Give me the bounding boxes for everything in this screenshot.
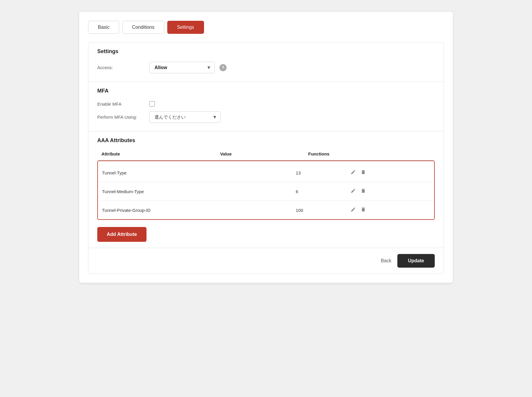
delete-button[interactable] [359,168,367,177]
table-row: Tunnel-Type13 [98,163,434,182]
aaa-table: Attribute Value Functions [97,148,435,161]
settings-title: Settings [97,48,435,55]
edit-button[interactable] [349,187,357,196]
edit-button[interactable] [349,168,357,177]
cell-attribute: Tunnel-Medium-Type [98,182,292,201]
enable-mfa-row: Enable MFA [97,99,435,109]
tab-basic[interactable]: Basic [88,21,119,34]
mfa-title: MFA [97,88,435,94]
perform-mfa-select-wrapper: 選んでください ▼ [149,111,221,123]
cell-functions [345,182,434,201]
cell-value: 13 [292,163,345,182]
back-button[interactable]: Back [381,258,391,263]
access-select[interactable]: Allow Deny [149,62,215,73]
functions-cell [349,187,430,196]
access-select-wrapper: Allow Deny ▼ [149,62,215,73]
delete-button[interactable] [359,206,367,215]
col-functions: Functions [304,148,435,160]
functions-cell [349,168,430,177]
attributes-body-wrapper: Tunnel-Type13Tunnel-Medium-Type6Tunnel-P… [97,161,435,220]
tab-settings[interactable]: Settings [167,21,204,34]
tab-conditions[interactable]: Conditions [122,21,164,34]
mfa-section: MFA Enable MFA Perform MFA Using: 選んでくださ… [88,82,444,131]
cell-value: 6 [292,182,345,201]
table-row: Tunnel-Private-Group-ID100 [98,201,434,220]
aaa-body-table: Tunnel-Type13Tunnel-Medium-Type6Tunnel-P… [98,163,434,219]
table-row: Tunnel-Medium-Type6 [98,182,434,201]
settings-card: Settings Access: Allow Deny ▼ ? MFA Enab… [88,42,444,274]
card-footer: Back Update [88,248,444,274]
cell-value: 100 [292,201,345,220]
perform-mfa-label: Perform MFA Using: [97,115,145,120]
cell-functions [345,163,434,182]
edit-button[interactable] [349,206,357,215]
aaa-title: AAA Attributes [97,137,435,144]
enable-mfa-label: Enable MFA [97,101,145,107]
functions-cell [349,206,430,215]
tab-bar: Basic Conditions Settings [88,21,444,34]
update-button[interactable]: Update [397,254,435,268]
cell-attribute: Tunnel-Private-Group-ID [98,201,292,220]
page-container: Basic Conditions Settings Settings Acces… [79,12,453,283]
aaa-table-header-row: Attribute Value Functions [97,148,435,160]
cell-attribute: Tunnel-Type [98,163,292,182]
access-help-icon[interactable]: ? [219,64,227,71]
access-label: Access: [97,65,145,70]
delete-button[interactable] [359,187,367,196]
aaa-section: AAA Attributes Attribute Value Functions… [88,131,444,248]
add-attribute-button[interactable]: Add Attribute [97,227,146,242]
perform-mfa-row: Perform MFA Using: 選んでください ▼ [97,109,435,125]
col-value: Value [216,148,304,160]
settings-section: Settings Access: Allow Deny ▼ ? [88,42,444,82]
access-row: Access: Allow Deny ▼ ? [97,59,435,76]
col-attribute: Attribute [97,148,216,160]
cell-functions [345,201,434,220]
enable-mfa-checkbox[interactable] [149,101,155,107]
perform-mfa-select[interactable]: 選んでください [149,111,221,123]
